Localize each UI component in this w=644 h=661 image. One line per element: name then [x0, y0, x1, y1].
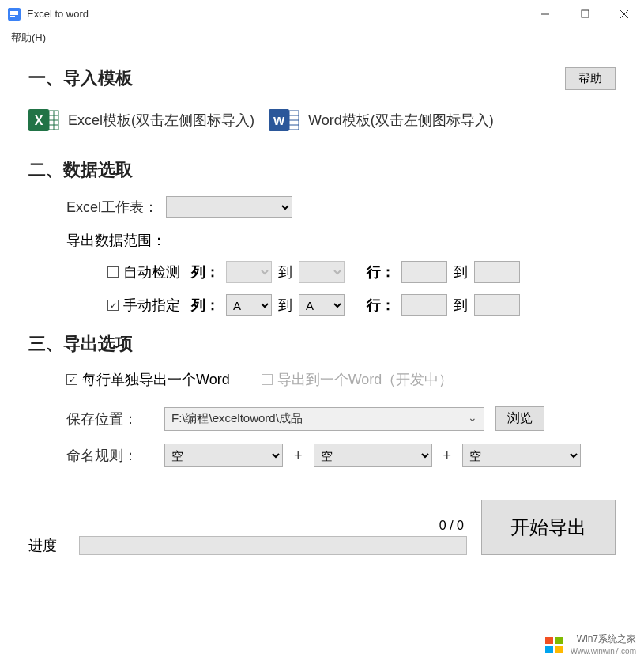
- auto-row-to-input[interactable]: [474, 261, 520, 283]
- auto-col-to-select: [299, 261, 345, 283]
- range-label: 导出数据范围：: [66, 231, 616, 250]
- manual-row-from-input[interactable]: [401, 294, 447, 316]
- maximize-button[interactable]: [565, 0, 604, 28]
- window-title: Excel to word: [27, 8, 525, 20]
- auto-detect-label: 自动检测: [123, 263, 180, 281]
- svg-rect-21: [545, 637, 553, 644]
- manual-col-from-select[interactable]: A: [226, 294, 272, 316]
- window-controls: [525, 0, 644, 28]
- single-word-checkbox: 导出到一个Word（开发中）: [262, 370, 454, 389]
- progress-bar: [79, 536, 467, 555]
- naming-part-2-select[interactable]: 空: [314, 444, 432, 467]
- excel-template-label: Excel模板(双击左侧图标导入): [68, 111, 254, 130]
- svg-rect-24: [555, 646, 563, 653]
- help-button[interactable]: 帮助: [565, 67, 616, 90]
- save-location-label: 保存位置：: [66, 410, 153, 429]
- auto-row-from-input[interactable]: [401, 261, 447, 283]
- row-label-auto: 行：: [367, 263, 395, 281]
- plus-2: +: [443, 448, 452, 464]
- manual-col-to-select[interactable]: A: [299, 294, 345, 316]
- menubar: 帮助(H): [0, 28, 644, 47]
- word-icon[interactable]: W: [269, 104, 300, 136]
- svg-rect-2: [10, 13, 18, 15]
- close-button[interactable]: [604, 0, 644, 28]
- excel-icon[interactable]: X: [28, 104, 60, 136]
- each-row-checkbox[interactable]: 每行单独导出一个Word: [66, 370, 230, 389]
- progress-label: 进度: [28, 536, 68, 555]
- svg-rect-1: [10, 11, 18, 13]
- divider: [28, 485, 616, 485]
- windows-flag-icon: [544, 634, 566, 656]
- minimize-button[interactable]: [525, 0, 565, 28]
- save-location-select[interactable]: F:\编程\exceltoword\成品: [164, 407, 484, 431]
- app-icon: [8, 8, 21, 21]
- plus-1: +: [294, 448, 303, 464]
- col-label-auto: 列：: [191, 263, 220, 281]
- each-row-label: 每行单独导出一个Word: [82, 370, 230, 389]
- menu-help[interactable]: 帮助(H): [5, 29, 52, 47]
- watermark-line2: Www.winwin7.com: [571, 646, 636, 656]
- watermark: Win7系统之家 Www.winwin7.com: [544, 633, 636, 656]
- svg-rect-3: [10, 16, 15, 17]
- section2-title: 二、数据选取: [28, 158, 133, 182]
- svg-rect-22: [555, 637, 563, 644]
- to-label-manual-row: 到: [454, 296, 468, 315]
- worksheet-label: Excel工作表：: [66, 198, 158, 217]
- worksheet-select[interactable]: [166, 196, 292, 218]
- browse-button[interactable]: 浏览: [495, 406, 544, 431]
- naming-part-3-select[interactable]: 空: [462, 444, 581, 467]
- svg-rect-5: [582, 10, 589, 17]
- svg-text:W: W: [273, 114, 285, 127]
- single-word-label: 导出到一个Word（开发中）: [277, 370, 454, 389]
- row-label-manual: 行：: [367, 296, 395, 315]
- start-export-button[interactable]: 开始导出: [481, 500, 616, 555]
- auto-detect-checkbox[interactable]: 自动检测: [107, 263, 180, 281]
- manual-spec-checkbox[interactable]: 手动指定: [107, 296, 180, 315]
- to-label-manual-col: 到: [278, 296, 292, 315]
- manual-spec-label: 手动指定: [123, 296, 180, 315]
- to-label-auto-col: 到: [278, 263, 292, 281]
- naming-label: 命名规则：: [66, 446, 153, 465]
- svg-text:X: X: [35, 114, 43, 127]
- auto-col-from-select: [226, 261, 272, 283]
- save-location-value: F:\编程\exceltoword\成品: [171, 411, 303, 426]
- word-template-label: Word模板(双击左侧图标导入): [308, 111, 494, 130]
- section3-title: 三、导出选项: [28, 332, 133, 356]
- progress-count: 0 / 0: [28, 519, 467, 533]
- naming-part-1-select[interactable]: 空: [164, 444, 283, 467]
- titlebar: Excel to word: [0, 0, 644, 28]
- section1-title: 一、导入模板: [28, 66, 133, 90]
- svg-rect-23: [545, 646, 553, 653]
- col-label-manual: 列：: [191, 296, 220, 315]
- manual-row-to-input[interactable]: [474, 294, 520, 316]
- to-label-auto-row: 到: [454, 263, 468, 281]
- watermark-line1: Win7系统之家: [577, 633, 636, 644]
